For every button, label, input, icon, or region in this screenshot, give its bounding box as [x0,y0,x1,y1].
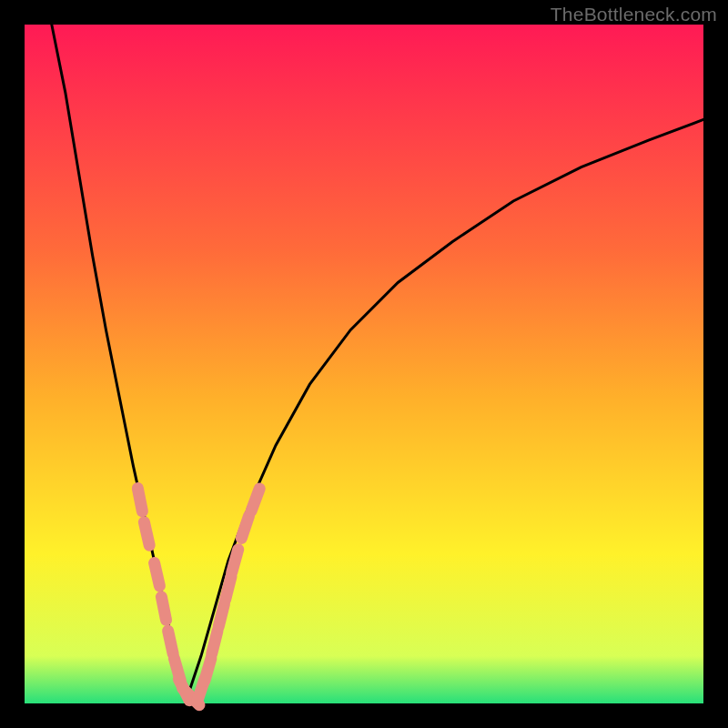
watermark-text: TheBottleneck.com [551,4,717,25]
chart-plot-area [25,25,703,703]
chart-frame: TheBottleneck.com [0,0,728,728]
